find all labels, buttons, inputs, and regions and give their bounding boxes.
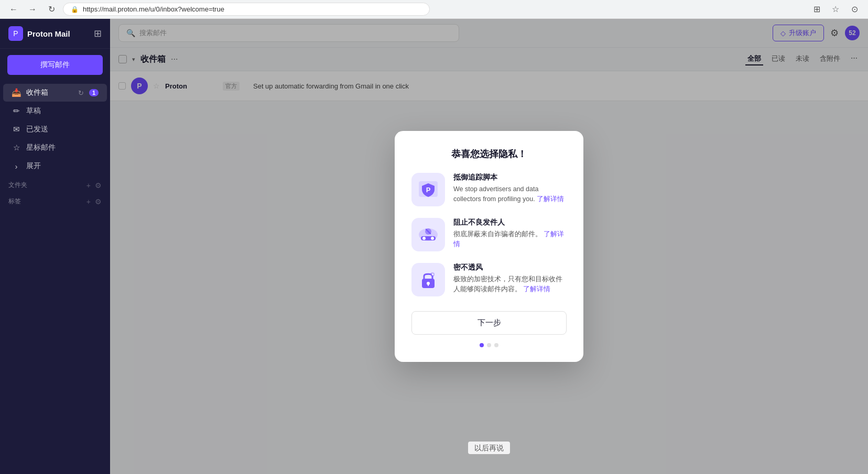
svg-point-5 (431, 237, 434, 240)
feature-encrypt-text: 密不透风 极致的加密技术，只有您和目标收件人能够阅读邮件内容。 了解详情 (453, 263, 567, 294)
feature-encrypt-desc: 极致的加密技术，只有您和目标收件人能够阅读邮件内容。 了解详情 (453, 274, 567, 294)
feature-spam-text: 阻止不良发件人 彻底屏蔽来自诈骗者的邮件。 了解详情 (453, 218, 567, 249)
feature-encrypt: ✦ 密不透风 极致的加密技术，只有您和目标收件人能够阅读邮件内容。 了解详情 (411, 263, 567, 296)
svg-text:P: P (426, 186, 431, 194)
refresh-button[interactable]: ↻ (44, 2, 59, 17)
sidebar-inbox-label: 收件箱 (26, 88, 73, 97)
feature-spam-desc: 彻底屏蔽来自诈骗者的邮件。 了解详情 (453, 229, 567, 249)
modal-overlay: 恭喜您选择隐私！ P 抵御追踪脚本 We stop advertisers a (110, 19, 868, 474)
starred-icon: ☆ (12, 143, 21, 152)
add-folder-icon[interactable]: + (86, 181, 91, 190)
folders-label: 文件夹 (8, 181, 27, 190)
tracking-icon-svg: P (417, 178, 440, 201)
expand-icon: › (12, 162, 21, 171)
svg-rect-10 (428, 283, 429, 286)
dot-2 (487, 343, 491, 347)
spam-icon-wrap (411, 218, 445, 251)
feature-tracking-text: 抵御追踪脚本 We stop advertisers and data coll… (453, 173, 567, 204)
dismiss-button[interactable]: 以后再说 (468, 442, 510, 454)
app-container: P Proton Mail ⊞ 撰写邮件 📥 收件箱 ↻ 1 ✏ 草稿 ✉ 已发… (0, 19, 868, 474)
welcome-modal: 恭喜您选择隐私！ P 抵御追踪脚本 We stop advertisers a (395, 131, 583, 362)
sidebar-item-starred[interactable]: ☆ 星标邮件 (3, 139, 107, 157)
browser-chrome: ← → ↻ 🔒 https://mail.proton.me/u/0/inbox… (0, 0, 868, 19)
svg-point-4 (422, 237, 426, 240)
bookmark-icon[interactable]: ☆ (828, 2, 843, 17)
lock-icon: 🔒 (71, 6, 79, 13)
extension-icon[interactable]: ⊞ (809, 2, 824, 17)
feature-tracking: P 抵御追踪脚本 We stop advertisers and data co… (411, 173, 567, 206)
feature-encrypt-link[interactable]: 了解详情 (523, 285, 550, 293)
feature-spam-link[interactable]: 了解详情 (453, 230, 564, 248)
sidebar-expand-label: 展开 (26, 161, 99, 171)
dismiss-area: 以后再说 (468, 443, 510, 453)
sidebar-header: P Proton Mail ⊞ (0, 19, 110, 49)
next-button[interactable]: 下一步 (411, 311, 567, 335)
back-button[interactable]: ← (6, 2, 21, 17)
dot-1 (480, 343, 484, 347)
tracking-icon-wrap: P (411, 173, 445, 206)
forward-button[interactable]: → (25, 2, 40, 17)
feature-tracking-desc: We stop advertisers and data collectors … (453, 184, 567, 204)
refresh-icon: ↻ (78, 89, 84, 97)
sent-icon: ✉ (12, 125, 21, 134)
sidebar-item-inbox[interactable]: 📥 收件箱 ↻ 1 (3, 84, 107, 102)
sidebar-logo-text: Proton Mail (27, 29, 70, 38)
pagination-dots (411, 343, 567, 347)
sidebar-item-expand[interactable]: › 展开 (3, 157, 107, 175)
inbox-badge: 1 (89, 89, 99, 96)
feature-spam-title: 阻止不良发件人 (453, 218, 567, 227)
sidebar-sent-label: 已发送 (26, 125, 99, 134)
sidebar-item-sent[interactable]: ✉ 已发送 (3, 120, 107, 138)
sidebar: P Proton Mail ⊞ 撰写邮件 📥 收件箱 ↻ 1 ✏ 草稿 ✉ 已发… (0, 19, 110, 474)
svg-text:✦: ✦ (431, 272, 435, 277)
feature-spam: 阻止不良发件人 彻底屏蔽来自诈骗者的邮件。 了解详情 (411, 218, 567, 251)
add-tag-icon[interactable]: + (86, 197, 91, 206)
dot-3 (494, 343, 498, 347)
address-bar: 🔒 https://mail.proton.me/u/0/inbox?welco… (63, 3, 430, 16)
sidebar-logo: P Proton Mail (8, 26, 70, 41)
sidebar-item-drafts[interactable]: ✏ 草稿 (3, 102, 107, 120)
browser-actions: ⊞ ☆ ⊙ (809, 2, 862, 17)
compose-button[interactable]: 撰写邮件 (7, 55, 103, 75)
feature-tracking-link[interactable]: 了解详情 (537, 195, 564, 203)
folders-actions: + ⚙ (86, 181, 102, 190)
main-content: 🔍 搜索邮件 ◇ 升级账户 ⚙ 52 ▾ 收件箱 ··· 全部 已读 未读 (110, 19, 868, 474)
apps-grid-icon[interactable]: ⊞ (94, 28, 102, 39)
profile-icon[interactable]: ⊙ (847, 2, 862, 17)
folder-settings-icon[interactable]: ⚙ (95, 181, 102, 190)
tag-settings-icon[interactable]: ⚙ (95, 197, 102, 206)
feature-tracking-title: 抵御追踪脚本 (453, 173, 567, 182)
tags-actions: + ⚙ (86, 197, 102, 206)
drafts-icon: ✏ (12, 106, 21, 116)
sidebar-drafts-label: 草稿 (26, 106, 99, 116)
folders-section-header: 文件夹 + ⚙ (0, 175, 110, 192)
sidebar-nav: 📥 收件箱 ↻ 1 ✏ 草稿 ✉ 已发送 ☆ 星标邮件 › (0, 81, 110, 474)
inbox-icon: 📥 (12, 88, 21, 97)
encrypt-icon-wrap: ✦ (411, 263, 445, 296)
tags-section-header: 标签 + ⚙ (0, 192, 110, 208)
modal-title: 恭喜您选择隐私！ (411, 148, 567, 160)
sidebar-starred-label: 星标邮件 (26, 143, 99, 152)
tags-label: 标签 (8, 197, 21, 206)
feature-encrypt-title: 密不透风 (453, 263, 567, 272)
proton-logo-icon: P (8, 26, 23, 41)
spam-icon-svg (417, 223, 440, 246)
url-text: https://mail.proton.me/u/0/inbox?welcome… (83, 5, 224, 13)
encrypt-icon-svg: ✦ (417, 268, 440, 291)
